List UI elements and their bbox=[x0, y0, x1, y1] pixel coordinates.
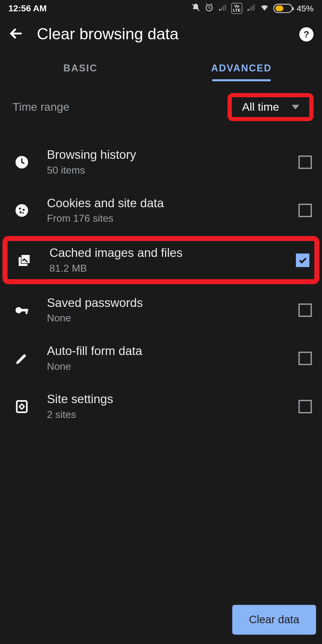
item-title: Cached images and files bbox=[49, 246, 280, 260]
checkbox-passwords[interactable] bbox=[298, 303, 312, 317]
item-subtitle: None bbox=[47, 312, 282, 324]
svg-point-10 bbox=[15, 307, 22, 313]
item-title: Saved passwords bbox=[47, 296, 282, 310]
checkbox-cookies[interactable] bbox=[298, 203, 312, 217]
battery-percent: 45% bbox=[297, 3, 314, 13]
clear-data-list: Browsing history 50 items Cookies and si… bbox=[0, 134, 322, 435]
item-passwords[interactable]: Saved passwords None bbox=[0, 286, 322, 334]
clock-icon bbox=[13, 154, 31, 169]
item-title: Site settings bbox=[47, 392, 282, 406]
item-title: Auto-fill form data bbox=[47, 344, 282, 358]
status-bar: 12:56 AM VoLTE 45% bbox=[0, 0, 322, 17]
item-title: Cookies and site data bbox=[47, 196, 282, 210]
bottom-bar: Clear data bbox=[0, 599, 322, 641]
svg-point-6 bbox=[19, 211, 21, 213]
highlight-time-range: All time bbox=[228, 93, 314, 121]
item-subtitle: 2 sites bbox=[47, 409, 282, 420]
svg-rect-9 bbox=[21, 254, 30, 263]
item-subtitle: None bbox=[47, 360, 282, 372]
checkbox-browsing-history[interactable] bbox=[298, 155, 312, 169]
signal-1-icon bbox=[218, 3, 227, 14]
wifi-icon bbox=[260, 3, 269, 14]
bell-off-icon bbox=[191, 3, 200, 14]
time-range-value: All time bbox=[242, 101, 279, 114]
clear-data-button[interactable]: Clear data bbox=[232, 605, 316, 635]
gear-page-icon bbox=[13, 399, 31, 414]
alarm-icon bbox=[204, 3, 214, 14]
svg-point-7 bbox=[22, 212, 24, 214]
item-subtitle: From 176 sites bbox=[47, 213, 282, 224]
checkbox-cached[interactable] bbox=[296, 253, 309, 267]
svg-point-14 bbox=[20, 404, 24, 408]
item-autofill[interactable]: Auto-fill form data None bbox=[0, 334, 322, 382]
key-icon bbox=[13, 303, 31, 318]
svg-point-5 bbox=[23, 208, 25, 210]
chevron-down-icon bbox=[292, 105, 299, 109]
battery-icon bbox=[273, 4, 292, 13]
item-browsing-history[interactable]: Browsing history 50 items bbox=[0, 138, 322, 186]
item-cached[interactable]: Cached images and files 81.2 MB bbox=[3, 236, 319, 284]
checkbox-autofill[interactable] bbox=[298, 352, 312, 365]
images-icon bbox=[15, 253, 34, 268]
time-range-dropdown[interactable]: All time bbox=[235, 97, 307, 117]
status-icons: VoLTE 45% bbox=[191, 3, 314, 14]
item-title: Browsing history bbox=[47, 148, 282, 162]
item-cookies[interactable]: Cookies and site data From 176 sites bbox=[0, 186, 322, 234]
time-range-label: Time range bbox=[13, 101, 69, 114]
page-title: Clear browsing data bbox=[37, 25, 286, 43]
checkbox-site-settings[interactable] bbox=[298, 400, 312, 413]
time-range-row: Time range All time bbox=[0, 80, 322, 134]
cookie-icon bbox=[13, 203, 31, 218]
help-icon[interactable]: ? bbox=[299, 27, 314, 41]
tab-basic[interactable]: BASIC bbox=[0, 56, 161, 80]
item-subtitle: 50 items bbox=[47, 164, 282, 176]
tabs: BASIC ADVANCED bbox=[0, 56, 322, 80]
pencil-icon bbox=[13, 351, 31, 366]
svg-rect-13 bbox=[17, 401, 27, 412]
volte-icon: VoLTE bbox=[231, 3, 242, 14]
svg-rect-12 bbox=[25, 309, 27, 314]
svg-point-4 bbox=[19, 207, 21, 209]
svg-point-3 bbox=[15, 204, 28, 217]
tab-advanced[interactable]: ADVANCED bbox=[161, 56, 322, 80]
item-subtitle: 81.2 MB bbox=[49, 262, 280, 274]
app-bar: Clear browsing data ? bbox=[0, 17, 322, 56]
status-time: 12:56 AM bbox=[8, 3, 47, 14]
back-button[interactable] bbox=[8, 25, 25, 43]
item-site-settings[interactable]: Site settings 2 sites bbox=[0, 382, 322, 430]
signal-2-icon bbox=[247, 3, 256, 14]
